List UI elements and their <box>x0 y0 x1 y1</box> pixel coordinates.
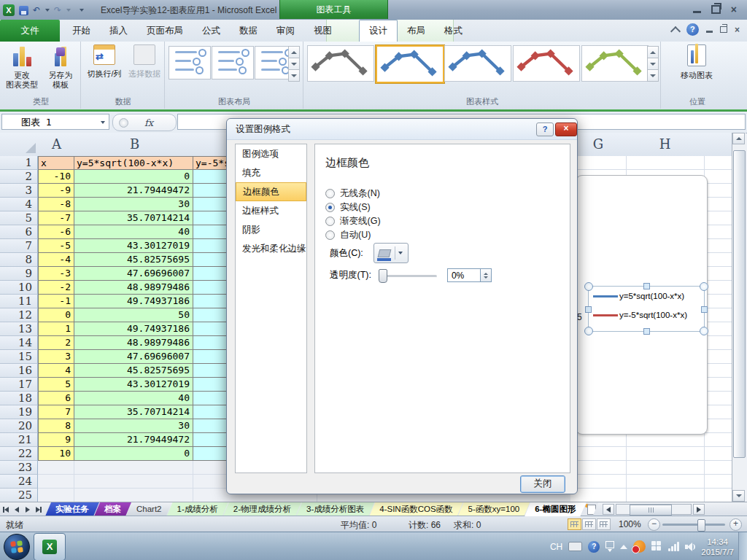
cell-y-value[interactable]: 0 <box>74 447 193 461</box>
cell-y-value[interactable]: 48.98979486 <box>74 281 193 295</box>
row-header[interactable]: 11 <box>0 295 38 308</box>
cell-x-value[interactable]: -9 <box>38 184 74 198</box>
cell-x-value[interactable]: 10 <box>38 447 74 461</box>
tab-formulas[interactable]: 公式 <box>193 20 230 42</box>
move-chart-button[interactable]: 移动图表 <box>678 44 716 80</box>
tab-design-active[interactable]: 设计 <box>359 20 398 42</box>
row-header[interactable]: 13 <box>0 322 38 336</box>
column-header-h[interactable]: H <box>626 133 705 155</box>
ribbon-collapse-icon[interactable] <box>670 26 681 36</box>
chart-style-style-blue[interactable] <box>444 45 511 82</box>
switch-row-col-button[interactable]: ⇄ 切换行/列 <box>83 44 125 79</box>
cell-y-value[interactable]: 47.69696007 <box>74 267 193 281</box>
taskbar-excel-button[interactable]: X <box>34 533 66 560</box>
radio-icon[interactable] <box>325 217 335 226</box>
dialog-nav-发光和柔化边缘[interactable]: 发光和柔化边缘 <box>236 239 306 258</box>
scroll-right-icon[interactable] <box>693 504 705 515</box>
gallery-down-icon[interactable] <box>647 58 659 70</box>
dialog-nav-填充[interactable]: 填充 <box>236 163 306 182</box>
row-header[interactable]: 2 <box>0 170 38 184</box>
selection-handle[interactable] <box>585 306 592 313</box>
sheet-tab-7[interactable]: 4-SIN函数COS函数 <box>369 502 462 516</box>
close-button[interactable]: 关闭 <box>520 475 565 493</box>
horizontal-scroll-track[interactable] <box>616 504 692 515</box>
row-header[interactable]: 12 <box>0 308 38 322</box>
cell-x-value[interactable]: 1 <box>38 322 74 336</box>
gallery-more-icon[interactable] <box>647 69 659 82</box>
tab-layout[interactable]: 布局 <box>398 20 435 42</box>
language-indicator[interactable]: CH <box>550 542 562 552</box>
row-header[interactable]: 10 <box>0 281 38 295</box>
horizontal-scroll-thumb[interactable] <box>630 505 672 516</box>
cell-y-value[interactable]: 47.69696007 <box>74 350 193 364</box>
chart-style-style-green[interactable] <box>581 45 649 82</box>
cell-x-value[interactable]: -10 <box>38 170 74 184</box>
chart-style-style-gray[interactable] <box>307 45 374 82</box>
workbook-close-icon[interactable]: × <box>735 25 740 35</box>
cell-x-value[interactable]: 7 <box>38 405 74 419</box>
ime-toolbar-icon[interactable] <box>605 541 614 548</box>
row-header[interactable]: 20 <box>0 419 38 433</box>
first-sheet-icon[interactable] <box>0 502 11 516</box>
chart-layout-thumbnail[interactable] <box>212 46 254 79</box>
row-header[interactable]: 5 <box>0 211 38 225</box>
color-dropdown-icon[interactable] <box>398 252 403 254</box>
tab-insert[interactable]: 插入 <box>100 20 137 42</box>
gallery-up-icon[interactable] <box>288 46 300 58</box>
cell-y-value[interactable]: 35.70714214 <box>74 211 193 225</box>
cell-x-value[interactable]: -4 <box>38 253 74 267</box>
save-as-template-button[interactable]: 另存为模板 <box>42 44 80 90</box>
sheet-tab-1[interactable]: 实验任务 <box>45 502 99 516</box>
redo-dropdown-icon[interactable] <box>66 9 71 12</box>
cell-x-value[interactable]: -2 <box>38 281 74 295</box>
taskbar-clock[interactable]: 14:34 2015/7/7 <box>701 537 734 557</box>
row-header[interactable]: 8 <box>0 253 38 267</box>
prev-sheet-icon[interactable] <box>11 502 22 516</box>
cell-y-value[interactable]: 0 <box>74 170 193 184</box>
column-header-a[interactable]: A <box>38 133 76 155</box>
workbook-minimize-icon[interactable] <box>706 31 713 33</box>
radio-option[interactable]: 无线条(N) <box>325 187 381 201</box>
dialog-help-button[interactable]: ? <box>536 122 554 136</box>
cell-y-value[interactable]: 48.98979486 <box>74 336 193 350</box>
tab-data[interactable]: 数据 <box>230 20 267 42</box>
volume-icon[interactable] <box>685 542 695 552</box>
selection-handle[interactable] <box>643 328 650 335</box>
cell-x-value[interactable]: -6 <box>38 225 74 239</box>
sheet-tab-6[interactable]: 3-成绩分析图表 <box>296 502 374 516</box>
empty-cell[interactable] <box>74 475 193 489</box>
radio-option[interactable]: 实线(S) <box>325 201 381 214</box>
sheet-tab-3[interactable]: Chart2 <box>126 502 172 516</box>
row-header[interactable]: 21 <box>0 433 38 447</box>
sheet-tab-2[interactable]: 档案 <box>94 502 131 516</box>
cell-y-value[interactable]: 45.82575695 <box>74 364 193 378</box>
cell-x-value[interactable]: -3 <box>38 267 74 281</box>
start-button[interactable] <box>4 534 30 560</box>
cell-x-value[interactable]: 5 <box>38 378 74 392</box>
row-header[interactable]: 4 <box>0 198 38 211</box>
zoom-level[interactable]: 100% <box>619 519 641 529</box>
cell-y-value[interactable]: 30 <box>74 419 193 433</box>
row-header[interactable]: 15 <box>0 350 38 364</box>
chart-style-style-blue-selected[interactable] <box>376 45 444 83</box>
dialog-nav-边框样式[interactable]: 边框样式 <box>236 201 306 220</box>
chart-layout-thumbnail[interactable] <box>169 46 211 79</box>
cell-y-value[interactable]: 40 <box>74 225 193 239</box>
insert-function-area[interactable]: fx <box>112 114 177 131</box>
empty-cell[interactable] <box>38 461 74 475</box>
radio-option[interactable]: 自动(U) <box>325 228 381 242</box>
cell-y-value[interactable]: 35.70714214 <box>74 405 193 419</box>
vertical-scroll-thumb[interactable] <box>733 150 746 458</box>
row-header[interactable]: 22 <box>0 447 38 461</box>
selection-handle[interactable] <box>700 327 708 335</box>
tab-home[interactable]: 开始 <box>63 20 100 42</box>
cell-y-value[interactable]: 45.82575695 <box>74 253 193 267</box>
chart-style-style-red[interactable] <box>513 45 580 82</box>
undo-dropdown-icon[interactable] <box>45 9 50 12</box>
cell-y-value[interactable]: 40 <box>74 392 193 405</box>
dialog-nav-图例选项[interactable]: 图例选项 <box>236 144 306 163</box>
color-picker-button[interactable] <box>374 243 409 263</box>
sheet-tab-4[interactable]: 1-成绩分析 <box>167 502 228 516</box>
cell-y-value[interactable]: 43.30127019 <box>74 378 193 392</box>
tab-format[interactable]: 格式 <box>435 20 472 42</box>
